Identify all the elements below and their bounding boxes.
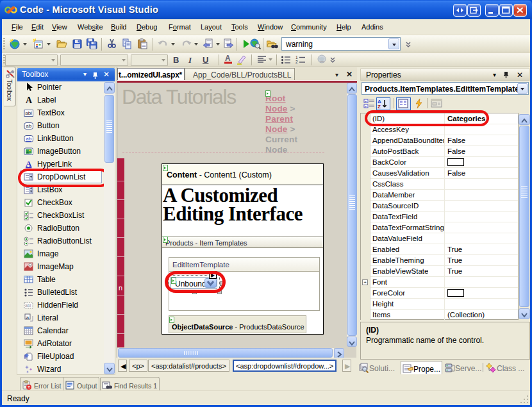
svg-text:+: +: [365, 104, 367, 108]
svg-text:A: A: [225, 54, 231, 63]
svg-text:a: a: [26, 315, 29, 320]
svg-text:1: 1: [295, 55, 298, 60]
svg-text:A: A: [26, 159, 32, 169]
svg-text:abl: abl: [25, 303, 31, 308]
svg-text:ab: ab: [26, 136, 31, 142]
svg-text:2: 2: [295, 60, 298, 64]
svg-text:abl: abl: [25, 110, 32, 116]
svg-text:ab: ab: [26, 123, 31, 129]
svg-text:A: A: [26, 96, 33, 105]
svg-text:+: +: [365, 99, 367, 103]
svg-text:Z: Z: [378, 104, 381, 110]
